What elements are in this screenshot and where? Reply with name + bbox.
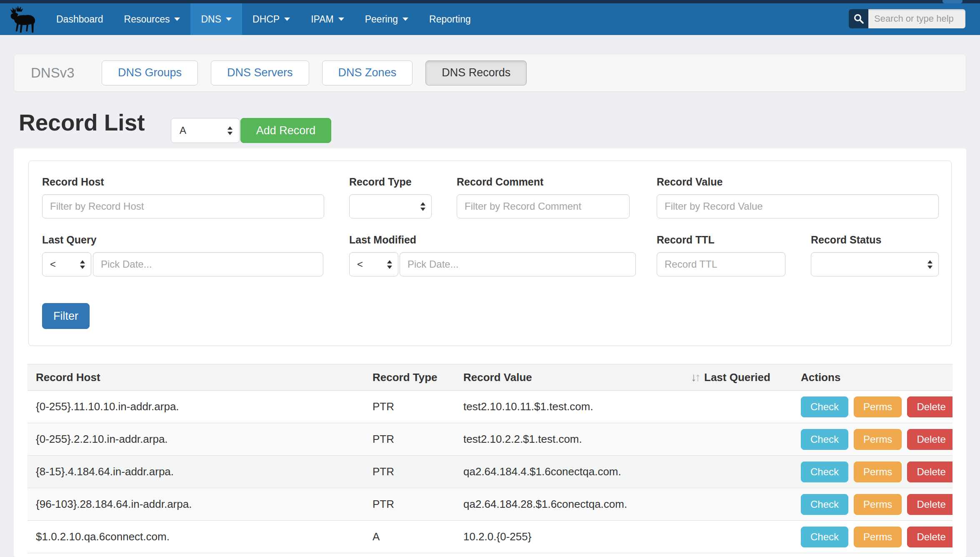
last-modified-operator-value: <	[357, 258, 363, 270]
nav-items: Dashboard Resources DNS DHCP IPAM Peerin…	[46, 3, 481, 35]
cell-last-queried	[682, 423, 792, 456]
table-header-row: Record Host Record Type Record Value ↓↑L…	[28, 364, 952, 391]
search-icon	[852, 13, 865, 25]
row-actions: Check Perms Delete	[801, 396, 952, 417]
cell-record-host: {8-15}.4.184.64.in-addr.arpa.	[28, 456, 364, 488]
cell-record-value: qa2.64.184.28.$1.6conectqa.com.	[455, 488, 682, 521]
delete-button[interactable]: Delete	[907, 429, 952, 450]
perms-button[interactable]: Perms	[854, 462, 902, 482]
nav-label: Peering	[365, 14, 398, 25]
last-modified-label: Last Modified	[349, 234, 416, 246]
cell-last-queried	[682, 391, 792, 423]
cell-record-value: qa2.64.184.4.$1.6conectqa.com.	[455, 456, 682, 488]
record-type-add-value: A	[180, 125, 186, 136]
search-input[interactable]	[868, 9, 965, 28]
nav-item-dhcp[interactable]: DHCP	[242, 3, 300, 35]
cell-last-queried	[682, 521, 792, 553]
search-icon-box[interactable]	[849, 9, 868, 28]
nav-item-reporting[interactable]: Reporting	[419, 3, 481, 35]
nav-label: Resources	[124, 14, 170, 25]
select-arrows-icon	[80, 260, 85, 269]
last-query-label: Last Query	[42, 234, 97, 246]
cell-record-value: 10.2.0.{0-255}	[455, 521, 682, 553]
record-comment-filter-input[interactable]	[457, 194, 630, 218]
global-search	[849, 9, 965, 28]
cell-record-host: {96-103}.28.184.64.in-addr.arpa.	[28, 488, 364, 521]
top-notch	[942, 0, 962, 3]
subnav-tabs: DNS Groups DNS Servers DNS Zones DNS Rec…	[102, 60, 527, 85]
nav-item-peering[interactable]: Peering	[355, 3, 419, 35]
record-comment-label: Record Comment	[457, 176, 543, 188]
table-row: {8-15}.4.184.64.in-addr.arpa. PTR qa2.64…	[28, 456, 952, 488]
nav-item-resources[interactable]: Resources	[114, 3, 191, 35]
record-host-filter-input[interactable]	[42, 194, 324, 218]
nav-item-ipam[interactable]: IPAM	[300, 3, 355, 35]
chevron-down-icon	[284, 18, 290, 21]
tab-dns-records[interactable]: DNS Records	[425, 60, 527, 85]
delete-button[interactable]: Delete	[907, 494, 952, 515]
last-modified-operator-select[interactable]: <	[349, 252, 398, 276]
last-query-operator-value: <	[50, 258, 56, 270]
col-header-record-type: Record Type	[364, 364, 455, 391]
perms-button[interactable]: Perms	[854, 396, 902, 417]
nav-item-dns[interactable]: DNS	[190, 3, 242, 35]
subnav-title: DNSv3	[31, 65, 93, 81]
perms-button[interactable]: Perms	[854, 429, 902, 450]
chevron-down-icon	[338, 18, 344, 21]
perms-button[interactable]: Perms	[854, 494, 902, 515]
content-card: Record Host Record Type Record Comment R…	[14, 148, 966, 557]
delete-button[interactable]: Delete	[907, 396, 952, 417]
row-actions: Check Perms Delete	[801, 429, 952, 450]
tab-dns-servers[interactable]: DNS Servers	[211, 60, 309, 85]
tab-dns-zones[interactable]: DNS Zones	[322, 60, 413, 85]
last-modified-date-input[interactable]	[400, 252, 636, 276]
record-status-select[interactable]	[811, 252, 939, 276]
delete-button[interactable]: Delete	[907, 527, 952, 547]
record-value-filter-input[interactable]	[657, 194, 939, 218]
cell-last-queried	[682, 488, 792, 521]
record-type-filter-select[interactable]	[349, 194, 432, 218]
page-title: Record List	[19, 109, 145, 136]
tab-dns-groups[interactable]: DNS Groups	[102, 60, 198, 85]
cell-record-value: test2.10.10.11.$1.test.com.	[455, 391, 682, 423]
sort-arrows-icon: ↓↑	[691, 371, 701, 384]
check-button[interactable]: Check	[801, 462, 848, 482]
select-arrows-icon	[387, 260, 392, 269]
check-button[interactable]: Check	[801, 396, 848, 417]
brand-logo[interactable]	[0, 3, 46, 35]
cell-record-type: PTR	[364, 391, 455, 423]
col-header-last-queried[interactable]: ↓↑Last Queried	[682, 364, 792, 391]
filter-panel: Record Host Record Type Record Comment R…	[28, 161, 952, 346]
filter-button[interactable]: Filter	[42, 303, 90, 329]
cell-record-type: PTR	[364, 488, 455, 521]
select-arrows-icon	[928, 260, 932, 269]
check-button[interactable]: Check	[801, 429, 848, 450]
chevron-down-icon	[402, 18, 408, 21]
nav-label: DHCP	[252, 14, 280, 25]
top-window-strip	[0, 0, 980, 3]
chevron-down-icon	[174, 18, 180, 21]
record-ttl-input[interactable]	[657, 252, 785, 276]
perms-button[interactable]: Perms	[854, 527, 902, 547]
nav-item-dashboard[interactable]: Dashboard	[46, 3, 114, 35]
row-actions: Check Perms Delete	[801, 527, 952, 547]
select-arrows-icon	[420, 202, 425, 211]
table-row: {96-103}.28.184.64.in-addr.arpa. PTR qa2…	[28, 488, 952, 521]
check-button[interactable]: Check	[801, 494, 848, 515]
record-type-add-select[interactable]: A	[171, 118, 240, 143]
col-header-actions: Actions	[792, 364, 952, 391]
last-query-date-input[interactable]	[93, 252, 323, 276]
delete-button[interactable]: Delete	[907, 462, 952, 482]
record-ttl-label: Record TTL	[657, 234, 715, 246]
record-value-label: Record Value	[657, 176, 722, 188]
add-record-button[interactable]: Add Record	[240, 118, 331, 143]
last-query-operator-select[interactable]: <	[42, 252, 91, 276]
main-navbar: Dashboard Resources DNS DHCP IPAM Peerin…	[0, 3, 980, 35]
cell-last-queried	[682, 456, 792, 488]
col-header-record-value: Record Value	[455, 364, 682, 391]
dnsv3-subnav: DNSv3 DNS Groups DNS Servers DNS Zones D…	[14, 54, 966, 92]
table-row: {0-255}.2.2.10.in-addr.arpa. PTR test2.1…	[28, 423, 952, 456]
cell-record-host: {0-255}.2.2.10.in-addr.arpa.	[28, 423, 364, 456]
check-button[interactable]: Check	[801, 527, 848, 547]
table-row: {0-255}.11.10.10.in-addr.arpa. PTR test2…	[28, 391, 952, 423]
